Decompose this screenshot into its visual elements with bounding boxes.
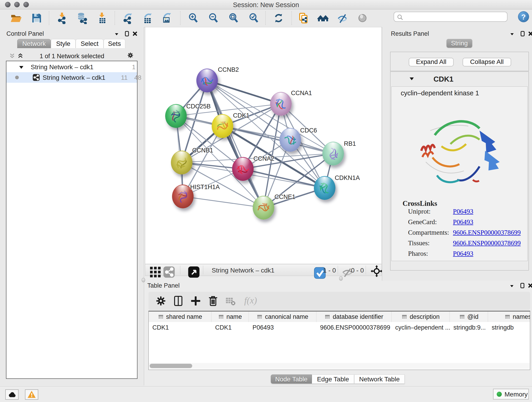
zoom-in-icon[interactable] [187,12,199,24]
tab-style[interactable]: Style [51,39,76,48]
table-cell[interactable]: CDK1 [211,322,249,333]
string-home-icon[interactable] [317,12,329,24]
network-node-ccna1[interactable] [270,92,292,116]
status-bar: Memory [0,386,532,402]
column-header-description[interactable]: description [392,312,450,322]
tab-node-table[interactable]: Node Table [271,375,312,384]
zoom-selected-icon[interactable] [248,12,260,24]
crosslink-value-link[interactable]: P06493 [453,218,473,226]
horizontal-scrollbar[interactable] [149,363,530,369]
network-node-ccnb1[interactable] [171,151,192,174]
tab-sets[interactable]: Sets [104,39,125,48]
network-node-ccnb2[interactable] [196,69,218,92]
eye-disabled-icon[interactable] [356,12,368,24]
tab-network-table[interactable]: Network Table [354,375,405,384]
zoom-out-icon[interactable] [208,12,220,24]
collapse-all-button[interactable]: Collapse All [462,58,511,66]
column-header-namespace[interactable]: namespace [488,312,530,322]
memory-button[interactable]: Memory [493,389,529,400]
zoom-fit-icon[interactable] [228,12,240,24]
gear-icon[interactable] [127,52,134,60]
selected-checkbox-icon[interactable] [314,267,320,274]
crosslink-value-link[interactable]: P06493 [453,208,473,215]
network-node-ccna2[interactable] [232,157,254,181]
selected-count: 1 - 0 [323,267,336,274]
crosslink-value-link[interactable]: P06493 [453,250,473,257]
delete-column-icon[interactable] [207,295,219,307]
export-table-icon[interactable] [142,12,153,24]
open-in-new-window-icon[interactable] [188,266,196,274]
table-cell[interactable]: CDK1 [149,322,211,333]
grid-view-icon[interactable] [149,266,158,274]
tab-network[interactable]: Network [17,39,51,48]
tab-select[interactable]: Select [76,39,104,48]
warnings-button[interactable] [25,389,38,400]
network-node-cdc6[interactable] [279,128,301,152]
network-row[interactable]: String Network – cdk1 11 48 [6,72,137,83]
network-node-rb1[interactable] [322,142,344,166]
network-node-cdkn1a[interactable] [314,176,336,200]
table-gear-icon[interactable] [155,295,167,307]
move-crosshair-icon[interactable] [371,265,381,275]
select-columns-icon[interactable] [172,295,184,307]
column-header-name[interactable]: name [211,312,249,322]
table-cell[interactable]: P06493 [249,322,317,333]
network-node-cdc25b[interactable] [165,104,187,128]
close-panel-icon[interactable] [132,30,138,38]
close-panel-icon[interactable] [527,282,532,290]
table-cell[interactable]: stringdb:9... [450,322,488,333]
export-image-icon[interactable] [161,12,173,24]
eye-slash-icon[interactable] [336,12,348,24]
crosslink-value-link[interactable]: 9606.ENSP00000378699 [453,229,521,236]
collection-expander-icon[interactable] [18,64,25,72]
table-cell[interactable]: cyclin–dependent ... [392,322,450,333]
crosslink-row: GeneCard:P06493 [408,218,523,229]
help-icon[interactable]: ? [518,11,529,22]
network-collection-row[interactable]: String Network – cdk1 1 [6,62,137,72]
gene-expander-icon[interactable] [408,75,415,83]
tab-edge-table[interactable]: Edge Table [312,375,354,384]
network-share-view-icon[interactable] [163,266,171,274]
crosslink-label: Pharos: [408,250,428,257]
delete-table-icon[interactable] [225,295,236,307]
import-network-from-database-icon[interactable] [76,12,88,24]
float-panel-icon[interactable] [519,30,526,38]
column-header-shared-name[interactable]: shared name [149,312,211,322]
add-column-icon[interactable] [190,295,202,307]
column-header-database-identifier[interactable]: database identifier [317,312,392,322]
gene-name: CDK1 [433,75,453,83]
expand-all-button[interactable]: Expand All [409,58,454,66]
network-node-ccne1[interactable] [253,196,274,220]
column-header-canonical-name[interactable]: canonical name [249,312,317,322]
search-input[interactable] [394,12,507,22]
panel-menu-icon[interactable] [509,31,515,38]
control-panel-title: Control Panel [6,30,44,37]
column-header--id[interactable]: @id [450,312,488,322]
float-panel-icon[interactable] [124,30,131,38]
table-cell[interactable]: stringdb [488,322,530,333]
open-session-icon[interactable] [10,12,22,24]
table-row[interactable]: CDK1CDK1P064939606.ENSP00000378699cyclin… [149,322,530,333]
left-splitter-handle[interactable] [142,278,145,282]
table-header-row: shared namenamecanonical namedatabase id… [149,312,530,322]
copy-document-icon[interactable] [298,12,310,24]
import-network-from-file-icon[interactable] [56,12,68,24]
panel-menu-icon[interactable] [508,283,515,290]
export-network-icon[interactable] [122,12,134,24]
cloud-button[interactable] [5,389,19,400]
tab-string[interactable]: String [447,39,472,48]
close-panel-icon[interactable] [527,30,532,38]
save-session-icon[interactable] [31,12,43,24]
hidden-count: 0 - 0 [351,267,364,274]
results-actions-card: Expand All Collapse All [390,52,529,71]
panel-menu-icon[interactable] [113,31,120,38]
network-node-cdk1[interactable] [212,114,233,138]
float-panel-icon[interactable] [519,282,526,290]
refresh-icon[interactable] [273,12,285,24]
network-view[interactable]: CCNB2CCNA1CDC25BCDK1CDC6RB1CCNB1CCNA2CDK… [145,27,382,264]
scrollbar-thumb[interactable] [150,364,192,368]
node-table: shared namenamecanonical namedatabase id… [148,311,530,370]
crosslink-value-link[interactable]: 9606.ENSP00000378699 [453,239,521,247]
import-table-icon[interactable] [96,12,108,24]
table-cell[interactable]: 9606.ENSP00000378699 [317,322,392,333]
